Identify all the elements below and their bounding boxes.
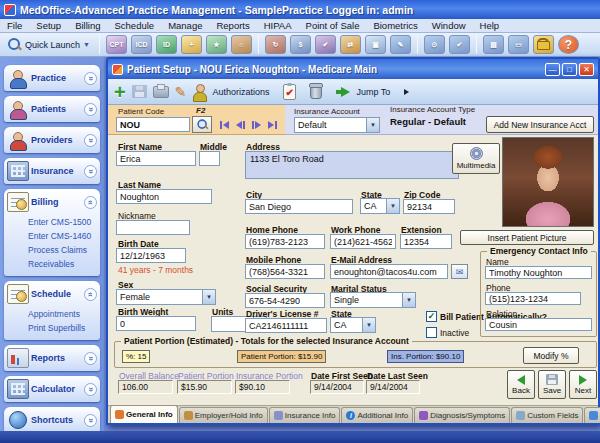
birth-weight-field[interactable] [116,316,196,331]
mobile-phone-field[interactable] [245,264,325,279]
chevron-down-icon[interactable]: ▼ [362,318,375,332]
sidebar-header-shortcuts[interactable]: Shortcuts » [4,407,100,433]
patient-code-field[interactable] [116,117,190,132]
license-state-dropdown[interactable]: CA ▼ [330,317,376,333]
audit-review-icon[interactable]: ✔ [449,35,470,54]
chevron-down-icon[interactable]: ▼ [366,118,379,132]
menu-billing[interactable]: Billing [68,20,107,31]
menu-setup[interactable]: Setup [29,20,68,31]
middle-field[interactable] [199,151,220,166]
sidebar-item-enter-cms-1460[interactable]: Enter CMS-1460 [28,229,100,243]
prescriptions-icon[interactable]: + [181,35,202,54]
minimize-button[interactable]: — [545,63,560,76]
tab-insurance-info[interactable]: Insurance Info [269,407,341,423]
charges-icon[interactable]: $ [290,35,311,54]
menu-reports[interactable]: Reports [209,20,256,31]
security-lock-icon[interactable] [533,35,554,54]
multimedia-button[interactable]: Multimedia [452,143,500,174]
work-phone-field[interactable] [330,234,396,249]
sidebar-header-reports[interactable]: Reports » [4,345,100,371]
authorizations-button[interactable] [192,81,206,103]
restore-button[interactable]: □ [562,63,577,76]
tab-general-info[interactable]: General Info [110,405,178,423]
jump-to-expand-icon[interactable] [404,89,409,95]
jump-to-label[interactable]: Jump To [356,87,390,97]
quick-launch-dropdown-icon[interactable]: ▼ [83,41,90,48]
chevron-down-icon[interactable]: » [84,134,97,147]
provider-card-icon[interactable]: ID [156,35,177,54]
data-transfer-icon[interactable]: ↻ [265,35,286,54]
next-button[interactable]: Next [569,370,597,399]
delete-button[interactable] [310,81,322,103]
last-record-button[interactable] [268,121,277,129]
sidebar-item-process-claims[interactable]: Process Claims [28,243,100,257]
patient-transfer-icon[interactable]: ⇄ [340,35,361,54]
menu-file[interactable]: File [0,20,29,31]
nickname-field[interactable] [116,220,190,235]
sidebar-item-print-superbills[interactable]: Print Superbills [28,321,100,335]
chevron-down-icon[interactable]: » [84,103,97,116]
menu-point-of-sale[interactable]: Point of Sale [299,20,367,31]
statements-icon[interactable]: ▣ [365,35,386,54]
zip-code-field[interactable] [403,199,455,214]
quick-launch-label[interactable]: Quick Launch [25,40,80,50]
practice-building-icon[interactable]: ⌂ [231,35,252,54]
email-field[interactable] [330,264,448,279]
monitor-icon[interactable]: ▭ [508,35,529,54]
chevron-down-icon[interactable]: ▼ [202,290,215,304]
sidebar-item-enter-cms-1500[interactable]: Enter CMS-1500 [28,215,100,229]
sidebar-item-receivables[interactable]: Receivables [28,257,100,271]
icd-codes-icon[interactable]: ICD [131,35,152,54]
menu-schedule[interactable]: Schedule [108,20,162,31]
menu-hipaa[interactable]: HIPAA [257,20,299,31]
next-record-button[interactable] [252,121,261,129]
chevron-up-icon[interactable]: » [84,196,97,209]
insurance-account-dropdown[interactable]: Default ▼ [294,117,380,133]
address-field[interactable]: 1133 El Toro Road [245,151,459,179]
bill-auto-checkbox[interactable]: ✓ [426,311,437,322]
last-name-field[interactable] [116,189,212,204]
main-titlebar[interactable]: MedOffice-Advanced Practice Management -… [0,0,600,19]
sidebar-header-providers[interactable]: Providers » [4,127,100,153]
add-patient-button[interactable]: + [114,81,126,103]
state-dropdown[interactable]: CA ▼ [360,198,400,214]
first-record-button[interactable] [220,121,229,129]
graphs-icon[interactable]: ▤ [483,35,504,54]
credentials-icon[interactable]: ★ [206,35,227,54]
sex-dropdown[interactable]: Female ▼ [116,289,216,305]
first-name-field[interactable] [116,151,196,166]
edit-button[interactable]: ✎ [175,81,187,103]
menu-help[interactable]: Help [473,20,507,31]
marital-status-dropdown[interactable]: Single ▼ [330,292,416,308]
email-button[interactable]: ✉ [451,264,468,279]
search-icon[interactable] [8,38,21,51]
chevron-down-icon[interactable]: » [84,383,97,396]
help-icon[interactable]: ? [558,35,579,54]
print-button[interactable] [153,81,169,103]
close-button[interactable]: ✕ [579,63,594,76]
home-phone-field[interactable] [245,234,325,249]
tab-employer-hold-info[interactable]: Employer/Hold Info [179,407,268,423]
claims-review-icon[interactable]: ✔ [315,35,336,54]
cpt-codes-icon[interactable]: CPT [106,35,127,54]
chevron-down-icon[interactable]: » [84,414,97,427]
emergency-relation-field[interactable] [485,318,592,331]
menu-biometrics[interactable]: Biometrics [366,20,424,31]
save-button[interactable] [132,81,147,103]
chevron-up-icon[interactable]: » [84,288,97,301]
sidebar-header-insurance[interactable]: Insurance » [4,158,100,184]
menu-manage[interactable]: Manage [161,20,209,31]
chevron-down-icon[interactable]: » [84,352,97,365]
back-button[interactable]: Back [507,370,535,399]
chevron-down-icon[interactable]: » [84,72,97,85]
tab-additional-info[interactable]: iAdditional Info [341,407,413,423]
menu-window[interactable]: Window [425,20,473,31]
scheduler-icon[interactable]: ⊙ [424,35,445,54]
jump-to-button[interactable] [336,81,350,103]
patient-setup-titlebar[interactable]: Patient Setup - NOU Erica Noughton - Med… [108,59,598,79]
sidebar-header-schedule[interactable]: Schedule » [4,281,100,307]
add-new-insurance-button[interactable]: Add New Insurance Acct [486,116,594,133]
chevron-down-icon[interactable]: ▼ [402,293,415,307]
inactive-checkbox[interactable] [426,327,437,338]
modify-percent-button[interactable]: Modify % [523,347,579,364]
